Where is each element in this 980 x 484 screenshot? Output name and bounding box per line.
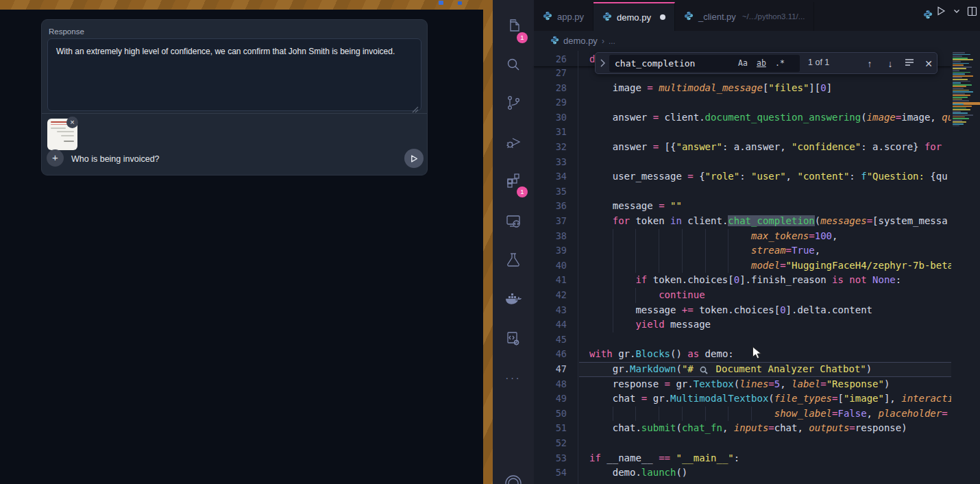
code-line-40[interactable]: 40 model="HuggingFaceH4/zephyr-7b-beta (534, 258, 951, 274)
code-line-41[interactable]: 41 if token.choices[0].finish_reason is … (534, 273, 951, 288)
next-match-button[interactable]: ↓ (883, 57, 897, 71)
line-number: 47 (534, 362, 567, 377)
code-line-28[interactable]: 28 image = multimodal_message["files"][0… (534, 81, 951, 96)
whole-word-toggle[interactable]: ab (753, 57, 770, 70)
code-line-55[interactable]: 55 (534, 481, 951, 484)
invoice-line (64, 141, 74, 142)
code-line-32[interactable]: 32 answer = [{"answer": a.answer, "confi… (534, 140, 951, 155)
code-line-49[interactable]: 49 chat = gr.MultimodalTextbox(file_type… (534, 391, 951, 407)
line-number: 37 (534, 214, 567, 229)
vscode-window: 1 1 (493, 0, 980, 484)
code-line-36[interactable]: 36 message = "" (534, 199, 951, 214)
tab-demo.py[interactable]: demo.py (593, 2, 675, 31)
code-line-34[interactable]: 34 user_message = {"role": "user", "cont… (534, 169, 951, 184)
tab-list: app.pydemo.py_client.py~/.../python3.11/… (534, 2, 814, 31)
minimap-line (953, 54, 970, 56)
minimap-line (953, 114, 973, 116)
line-number: 49 (534, 391, 567, 407)
code-line-31[interactable]: 31 (534, 125, 951, 140)
minimap-line (953, 90, 969, 91)
source-control-icon[interactable] (493, 86, 534, 119)
split-editor-button[interactable] (967, 6, 977, 16)
line-number: 30 (534, 110, 567, 125)
regex-toggle[interactable]: .* (772, 57, 788, 70)
response-textarea[interactable]: With an extremely high level of confiden… (47, 38, 421, 111)
minimap-line (953, 68, 966, 69)
testing-icon[interactable] (493, 243, 534, 276)
code-line-53[interactable]: 53if __name__ == "__main__": (534, 451, 951, 466)
code-text: chat.submit(chat_fn, inputs=chat, output… (589, 421, 951, 436)
minimap[interactable] (951, 51, 980, 484)
run-python-file-button[interactable] (935, 5, 946, 16)
code-line-52[interactable]: 52 (534, 436, 951, 451)
code-line-30[interactable]: 30 answer = client.document_question_ans… (534, 110, 951, 125)
resize-handle-icon[interactable] (412, 104, 419, 110)
code-text: max_tokens=100, (589, 229, 951, 244)
line-number: 46 (534, 347, 567, 362)
code-text: model="HuggingFaceH4/zephyr-7b-beta (589, 258, 951, 274)
code-line-37[interactable]: 37 for token in client.chat_completion(m… (534, 214, 951, 229)
code-line-48[interactable]: 48 response = gr.Textbox(lines=5, label=… (534, 377, 951, 392)
minimap-line (953, 104, 964, 105)
code-line-54[interactable]: 54 demo.launch() (534, 465, 951, 481)
editor-body[interactable]: 2728 image = multimodal_message["files"]… (534, 51, 980, 484)
divider (42, 113, 427, 114)
find-query-text: chat_completion (615, 58, 695, 69)
editor-zone: app.pydemo.py_client.py~/.../python3.11/… (534, 0, 980, 484)
minimap-line (953, 61, 961, 62)
code-line-29[interactable]: 29 (534, 95, 951, 110)
run-dropdown-chevron-icon[interactable] (953, 8, 960, 14)
line-number: 53 (534, 451, 567, 466)
code-line-51[interactable]: 51 chat.submit(chat_fn, inputs=chat, out… (534, 421, 951, 436)
code-line-43[interactable]: 43 message += token.choices[0].delta.con… (534, 303, 951, 318)
code-line-46[interactable]: 46with gr.Blocks() as demo: (534, 347, 951, 362)
find-in-selection-button[interactable] (903, 57, 916, 71)
code-settings-icon[interactable] (493, 322, 534, 355)
send-button[interactable] (404, 149, 424, 168)
minimap-line (953, 109, 970, 110)
chat-input-text[interactable]: Who is being invoiced? (71, 154, 160, 164)
close-find-button[interactable]: ✕ (922, 57, 935, 71)
breadcrumb[interactable]: demo.py › ... (534, 31, 980, 51)
code-text: chat = gr.MultimodalTextbox(file_types=[… (589, 391, 951, 407)
find-widget: chat_completion Aa ab .* 1 of 1 ↑ ↓ ✕ (595, 52, 938, 74)
code-line-44[interactable]: 44 yield message (534, 317, 951, 332)
search-icon[interactable] (493, 48, 534, 81)
code-line-38[interactable]: 38 max_tokens=100, (534, 229, 951, 244)
find-results-count: 1 of 1 (808, 58, 829, 67)
tab-app.py[interactable]: app.py (534, 2, 593, 31)
minimap-line (953, 86, 966, 87)
account-icon[interactable] (493, 465, 534, 484)
editor-actions (935, 5, 977, 16)
python-file-icon (684, 11, 694, 23)
minimap-line (953, 120, 962, 121)
remove-attachment-button[interactable]: × (66, 117, 78, 128)
find-input[interactable]: chat_completion Aa ab .* (609, 55, 800, 72)
toggle-replace-chevron-icon[interactable] (598, 58, 607, 71)
tab-_client.py[interactable]: _client.py~/.../python3.11/... (675, 2, 814, 31)
docker-icon[interactable] (493, 283, 534, 316)
explorer-icon[interactable]: 1 (493, 10, 534, 43)
code-line-33[interactable]: 33 (534, 155, 951, 170)
run-and-debug-icon[interactable] (493, 125, 534, 158)
line-number: 28 (534, 81, 567, 96)
code-line-50[interactable]: 50 show_label=False, placeholder= (534, 407, 951, 422)
add-file-button[interactable]: + (47, 149, 64, 167)
overflow-tab-python-icon[interactable] (923, 10, 933, 22)
minimap-line (953, 118, 969, 119)
breadcrumb-file[interactable]: demo.py (563, 36, 598, 46)
code-line-35[interactable]: 35 (534, 184, 951, 199)
code-line-42[interactable]: 42 continue (534, 288, 951, 303)
code-line-39[interactable]: 39 stream=True, (534, 243, 951, 258)
code-line-45[interactable]: 45 (534, 332, 951, 348)
line-number: 35 (534, 184, 567, 199)
extensions-icon[interactable]: 1 (493, 164, 534, 197)
previous-match-button[interactable]: ↑ (863, 57, 877, 71)
breadcrumb-rest[interactable]: ... (609, 36, 615, 46)
more-actions-icon[interactable]: ··· (493, 361, 534, 394)
desktop-fleck (439, 1, 443, 5)
match-case-toggle[interactable]: Aa (735, 57, 751, 70)
remote-explorer-icon[interactable] (493, 204, 534, 237)
code-line-47[interactable]: 47 gr.Markdown("# Document Analyzer Chat… (534, 362, 951, 377)
line-number: 42 (534, 288, 567, 303)
